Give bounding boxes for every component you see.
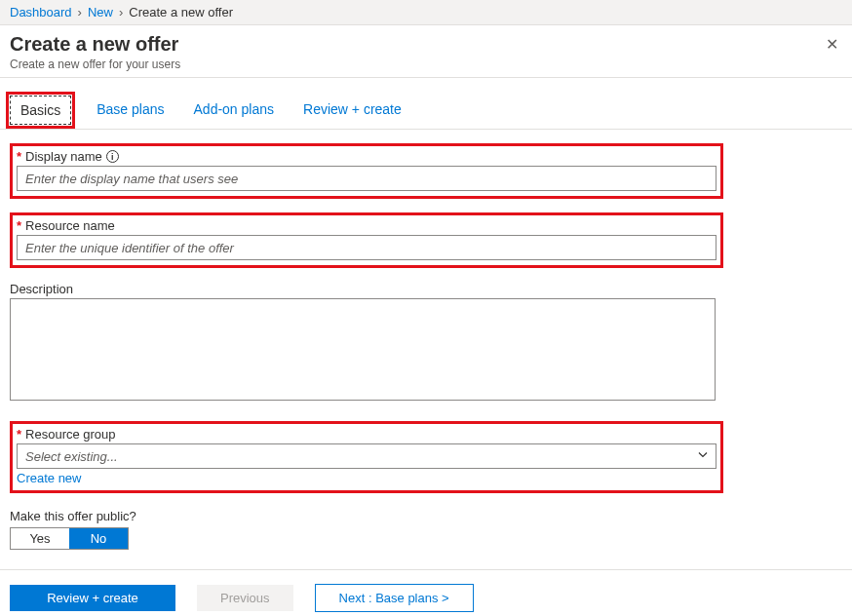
resource-name-label: * Resource name: [17, 218, 716, 233]
resource-group-label: * Resource group: [17, 427, 716, 442]
description-label: Description: [10, 282, 723, 296]
resource-name-label-text: Resource name: [25, 218, 115, 233]
display-name-label-text: Display name: [25, 149, 102, 164]
breadcrumb-new[interactable]: New: [88, 5, 113, 19]
required-icon: *: [17, 427, 21, 442]
resource-group-select[interactable]: Select existing...: [17, 443, 716, 469]
breadcrumb: Dashboard › New › Create a new offer: [0, 0, 852, 25]
tab-addon-plans[interactable]: Add-on plans: [190, 96, 279, 129]
field-description: Description: [10, 282, 723, 404]
display-name-label: * Display name i: [17, 149, 716, 164]
page-subtitle: Create a new offer for your users: [10, 58, 842, 71]
field-resource-name: * Resource name: [10, 212, 723, 268]
info-icon[interactable]: i: [106, 150, 119, 163]
resource-group-label-text: Resource group: [25, 427, 116, 442]
page-title: Create a new offer: [10, 33, 842, 56]
form-content: * Display name i * Resource name Descrip…: [0, 130, 852, 569]
footer-bar: Review + create Previous Next : Base pla…: [0, 569, 852, 616]
required-icon: *: [17, 218, 21, 233]
create-new-link[interactable]: Create new: [17, 471, 81, 485]
description-input[interactable]: [10, 298, 716, 401]
description-label-text: Description: [10, 282, 73, 296]
close-icon[interactable]: ✕: [826, 35, 838, 54]
tab-basics[interactable]: Basics: [10, 96, 71, 125]
public-no-button[interactable]: No: [69, 528, 128, 549]
resource-name-input[interactable]: [17, 235, 716, 260]
chevron-right-icon: ›: [119, 5, 123, 19]
tab-base-plans[interactable]: Base plans: [93, 96, 168, 129]
breadcrumb-current: Create a new offer: [129, 5, 233, 19]
public-label: Make this offer public?: [10, 509, 842, 523]
required-icon: *: [17, 149, 21, 164]
chevron-right-icon: ›: [78, 5, 82, 19]
field-public: Make this offer public? Yes No: [10, 509, 842, 550]
public-toggle: Yes No: [10, 527, 129, 550]
public-yes-button[interactable]: Yes: [11, 528, 69, 549]
next-button[interactable]: Next : Base plans >: [315, 584, 474, 612]
tab-bar: Basics Base plans Add-on plans Review + …: [0, 78, 852, 130]
previous-button: Previous: [197, 585, 293, 611]
breadcrumb-dashboard[interactable]: Dashboard: [10, 5, 72, 19]
field-display-name: * Display name i: [10, 143, 723, 199]
page-header: Create a new offer Create a new offer fo…: [0, 25, 852, 78]
display-name-input[interactable]: [17, 166, 716, 191]
field-resource-group: * Resource group Select existing... Crea…: [10, 421, 723, 493]
review-create-button[interactable]: Review + create: [10, 585, 175, 611]
tab-review-create[interactable]: Review + create: [299, 96, 406, 129]
